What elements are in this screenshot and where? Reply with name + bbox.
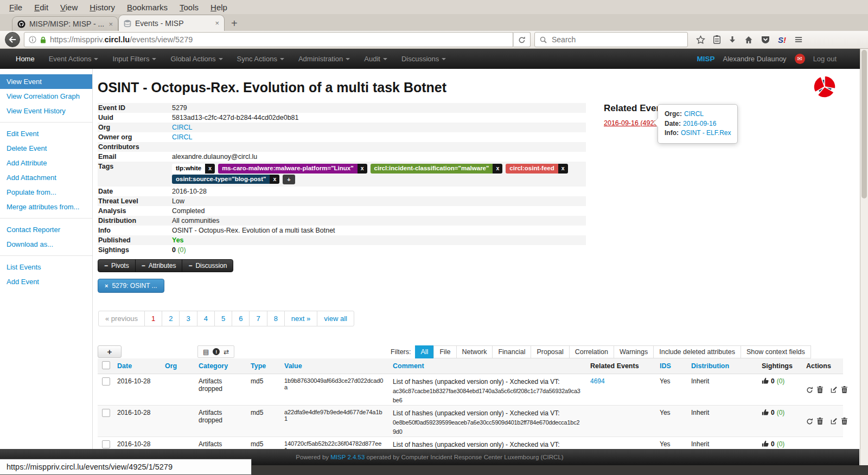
scrollbar-thumb[interactable] [861,50,867,198]
row-checkbox[interactable] [102,377,110,386]
mail-notification-badge[interactable]: ✉ [795,54,805,64]
correlation-alert-icon[interactable]: ! [213,348,220,355]
tab-close-icon[interactable]: × [215,19,219,27]
new-tab-button[interactable]: + [225,16,244,31]
tag-remove-icon[interactable]: x [558,164,568,174]
pagination-view-all[interactable]: view all [317,311,354,326]
pagination-page-5[interactable]: 5 [214,311,232,326]
filter-tab-show-context-fields[interactable]: Show context fields [741,345,811,358]
sidebar-item-view-correlation-graph[interactable]: View Correlation Graph [0,89,92,104]
nav-item-input-filters[interactable]: Input Filters [105,49,163,69]
sidebar-item-add-attribute[interactable]: Add Attribute [0,156,92,170]
sidebar-item-download-as[interactable]: Download as... [0,237,92,252]
back-button[interactable] [5,32,20,47]
home-icon[interactable] [744,36,753,44]
current-user[interactable]: Alexandre Dulaunoy [723,55,787,63]
pagination-page-7[interactable]: 7 [249,311,267,326]
nav-item-audit[interactable]: Audit [357,49,394,69]
misp-brand-link[interactable]: MISP [697,55,715,63]
sidebar-item-contact-reporter[interactable]: Contact Reporter [0,222,92,237]
sidebar-item-delete-event[interactable]: Delete Event [0,141,92,156]
hamburger-menu-icon[interactable] [794,36,803,43]
url-field[interactable]: https://misppriv.circl.lu/events/view/52… [24,32,513,47]
list-view-icon[interactable]: ▤ [203,348,209,356]
propose-edit-icon[interactable] [806,386,813,393]
tooltip-orgc-value[interactable]: CIRCL [684,110,704,118]
tag-remove-icon[interactable]: x [358,164,367,174]
tab-close-icon[interactable]: × [108,20,113,28]
propose-delete-icon[interactable] [817,418,823,425]
filter-tab-correlation[interactable]: Correlation [569,345,614,358]
pagination-page-2[interactable]: 2 [162,311,180,326]
sidebar-item-view-event-history[interactable]: View Event History [0,104,92,118]
pagination-page-8[interactable]: 8 [267,311,285,326]
delete-attribute-icon[interactable] [841,386,847,393]
nav-item-event-actions[interactable]: Event Actions [42,49,106,69]
sidebar-item-add-attachment[interactable]: Add Attachment [0,170,92,185]
filter-tab-proposal[interactable]: Proposal [531,345,569,358]
tooltip-date-value[interactable]: 2016-09-16 [683,120,716,127]
tag-label[interactable]: circl:osint-feed [506,164,558,174]
nav-item-home[interactable]: Home [9,49,42,69]
tooltip-info-value[interactable]: OSINT - ELF.Rex [681,129,731,137]
reading-list-icon[interactable] [713,35,720,44]
menu-bookmarks[interactable]: Bookmarks [121,1,174,14]
tag-remove-icon[interactable]: x [205,164,215,174]
logout-link[interactable]: Log out [813,55,837,63]
pagination-previous[interactable]: « previous [98,311,145,326]
nav-item-administration[interactable]: Administration [291,49,357,69]
sidebar-item-populate-from[interactable]: Populate from... [0,185,92,200]
sidebar-item-merge-attributes-from[interactable]: Merge attributes from... [0,200,92,214]
nav-item-global-actions[interactable]: Global Actions [163,49,229,69]
scrollbar[interactable] [860,49,868,465]
tag-remove-icon[interactable]: x [270,175,279,184]
add-tag-button[interactable]: + [283,175,295,184]
menu-history[interactable]: History [84,1,121,14]
filter-tab-network[interactable]: Network [456,345,493,358]
pagination-page-4[interactable]: 4 [197,311,215,326]
row-checkbox[interactable] [102,409,110,417]
pivot-close-icon[interactable]: × [105,283,108,289]
toggle-attributes-button[interactable]: −Attributes [135,259,183,272]
toggle-discussion-button[interactable]: −Discussion [182,259,233,272]
filter-tab-file[interactable]: File [433,345,456,358]
footer-version-link[interactable]: MISP 2.4.53 [330,454,365,460]
bookmark-star-icon[interactable] [696,35,705,44]
tag-remove-icon[interactable]: x [493,164,502,174]
related-event-id-link[interactable]: 4694 [590,377,605,385]
shuffle-icon[interactable]: ⇄ [224,348,229,356]
select-all-checkbox[interactable] [102,361,110,369]
reload-button[interactable] [513,32,531,47]
propose-delete-icon[interactable] [817,386,823,393]
menu-file[interactable]: File [3,1,28,14]
tag-label[interactable]: osint:source-type="blog-post" [172,175,270,184]
sidebar-item-add-event[interactable]: Add Event [0,274,92,289]
edit-attribute-icon[interactable] [831,418,838,425]
pagination-next[interactable]: next » [284,311,317,326]
browser-tab-misp-misp-misp[interactable]: MISP/MISP: MISP - ...× [12,16,118,31]
delete-attribute-icon[interactable] [841,418,847,425]
tag-label[interactable]: ms-caro-malware:malware-platform="Linux" [218,164,358,174]
toggle-pivots-button[interactable]: −Pivots [98,259,136,272]
tag-label[interactable]: circl:incident-classification="malware" [371,164,493,174]
propose-edit-icon[interactable] [806,418,813,425]
row-checkbox[interactable] [102,440,110,448]
filter-tab-include-deleted-attributes[interactable]: Include deleted attributes [653,345,741,358]
sidebar-item-edit-event[interactable]: Edit Event [0,126,92,141]
filter-tab-financial[interactable]: Financial [492,345,531,358]
pocket-icon[interactable] [761,35,770,44]
pivot-chip[interactable]: × 5279: OSINT ... [98,279,164,293]
sidebar-item-view-event[interactable]: View Event [0,74,92,89]
menu-view[interactable]: View [54,1,84,14]
pagination-page-1[interactable]: 1 [144,311,162,326]
edit-attribute-icon[interactable] [831,386,838,393]
nav-item-sync-actions[interactable]: Sync Actions [230,49,291,69]
filter-tab-warnings[interactable]: Warnings [614,345,654,358]
menu-help[interactable]: Help [205,1,233,14]
downloads-icon[interactable] [729,36,736,43]
extension-s-icon[interactable]: S! [778,35,786,44]
lock-icon[interactable] [40,36,46,43]
org-link[interactable]: CIRCL [172,124,193,131]
search-input[interactable] [551,35,682,44]
sidebar-item-list-events[interactable]: List Events [0,260,92,274]
